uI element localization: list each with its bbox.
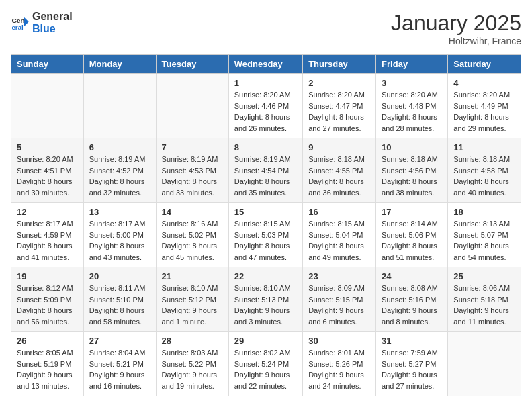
title-section: January 2025 Holtzwihr, France [391, 11, 521, 46]
calendar-cell: 16Sunrise: 8:15 AMSunset: 5:04 PMDayligh… [303, 203, 376, 267]
calendar-cell: 4Sunrise: 8:20 AMSunset: 4:49 PMDaylight… [448, 74, 521, 138]
day-info: Sunrise: 8:15 AMSunset: 5:03 PMDaylight:… [234, 218, 297, 263]
day-info: Sunrise: 8:20 AMSunset: 4:47 PMDaylight:… [308, 89, 370, 134]
day-info: Sunrise: 8:20 AMSunset: 4:48 PMDaylight:… [382, 89, 442, 134]
day-number: 30 [308, 336, 370, 346]
calendar-cell: 12Sunrise: 8:17 AMSunset: 4:59 PMDayligh… [11, 203, 84, 267]
day-info: Sunrise: 8:01 AMSunset: 5:26 PMDaylight:… [308, 347, 370, 392]
calendar-cell: 29Sunrise: 8:02 AMSunset: 5:24 PMDayligh… [228, 332, 302, 396]
day-info: Sunrise: 8:13 AMSunset: 5:07 PMDaylight:… [453, 218, 515, 263]
day-info: Sunrise: 8:14 AMSunset: 5:06 PMDaylight:… [382, 218, 442, 263]
day-info: Sunrise: 7:59 AMSunset: 5:27 PMDaylight:… [382, 347, 442, 392]
day-number: 21 [162, 271, 223, 281]
logo-blue: Blue [32, 23, 73, 35]
calendar-cell: 21Sunrise: 8:10 AMSunset: 5:12 PMDayligh… [156, 267, 228, 332]
calendar-cell: 14Sunrise: 8:16 AMSunset: 5:02 PMDayligh… [156, 203, 228, 267]
day-info: Sunrise: 8:12 AMSunset: 5:09 PMDaylight:… [17, 283, 78, 327]
calendar-cell: 13Sunrise: 8:17 AMSunset: 5:00 PMDayligh… [83, 203, 156, 267]
page-header: Gen eral General Blue January 2025 Holtz… [11, 11, 521, 46]
day-info: Sunrise: 8:20 AMSunset: 4:46 PMDaylight:… [234, 89, 297, 134]
calendar-week-row: 12Sunrise: 8:17 AMSunset: 4:59 PMDayligh… [11, 203, 521, 267]
day-info: Sunrise: 8:18 AMSunset: 4:56 PMDaylight:… [382, 154, 442, 198]
day-number: 11 [453, 142, 515, 152]
day-number: 10 [382, 142, 442, 152]
day-info: Sunrise: 8:18 AMSunset: 4:58 PMDaylight:… [453, 154, 515, 198]
day-number: 12 [17, 207, 78, 217]
day-number: 18 [453, 207, 515, 217]
day-number: 16 [308, 207, 370, 217]
day-info: Sunrise: 8:02 AMSunset: 5:24 PMDaylight:… [234, 347, 297, 392]
calendar-cell: 5Sunrise: 8:20 AMSunset: 4:51 PMDaylight… [11, 138, 84, 203]
calendar-table: SundayMondayTuesdayWednesdayThursdayFrid… [11, 54, 521, 396]
calendar-cell: 9Sunrise: 8:18 AMSunset: 4:55 PMDaylight… [303, 138, 376, 203]
calendar-cell: 17Sunrise: 8:14 AMSunset: 5:06 PMDayligh… [376, 203, 448, 267]
day-number: 4 [453, 78, 515, 88]
day-info: Sunrise: 8:08 AMSunset: 5:16 PMDaylight:… [382, 283, 442, 327]
day-info: Sunrise: 8:10 AMSunset: 5:12 PMDaylight:… [162, 283, 223, 327]
calendar-cell: 20Sunrise: 8:11 AMSunset: 5:10 PMDayligh… [83, 267, 156, 332]
day-number: 29 [234, 336, 297, 346]
day-info: Sunrise: 8:20 AMSunset: 4:51 PMDaylight:… [17, 154, 78, 198]
day-number: 7 [162, 142, 223, 152]
day-info: Sunrise: 8:03 AMSunset: 5:22 PMDaylight:… [162, 347, 223, 392]
calendar-cell: 23Sunrise: 8:09 AMSunset: 5:15 PMDayligh… [303, 267, 376, 332]
calendar-cell: 26Sunrise: 8:05 AMSunset: 5:19 PMDayligh… [11, 332, 84, 396]
day-info: Sunrise: 8:19 AMSunset: 4:53 PMDaylight:… [162, 154, 223, 198]
day-info: Sunrise: 8:15 AMSunset: 5:04 PMDaylight:… [308, 218, 370, 263]
day-number: 31 [382, 336, 442, 346]
calendar-week-row: 26Sunrise: 8:05 AMSunset: 5:19 PMDayligh… [11, 332, 521, 396]
day-number: 27 [89, 336, 150, 346]
weekday-header-sunday: Sunday [11, 55, 84, 74]
calendar-cell: 25Sunrise: 8:06 AMSunset: 5:18 PMDayligh… [448, 267, 521, 332]
day-number: 6 [89, 142, 150, 152]
logo-icon: Gen eral [11, 13, 30, 32]
day-info: Sunrise: 8:20 AMSunset: 4:49 PMDaylight:… [453, 89, 515, 134]
day-info: Sunrise: 8:16 AMSunset: 5:02 PMDaylight:… [162, 218, 223, 263]
day-number: 23 [308, 271, 370, 281]
calendar-cell: 22Sunrise: 8:10 AMSunset: 5:13 PMDayligh… [228, 267, 302, 332]
calendar-cell: 10Sunrise: 8:18 AMSunset: 4:56 PMDayligh… [376, 138, 448, 203]
day-number: 1 [234, 78, 297, 88]
day-info: Sunrise: 8:04 AMSunset: 5:21 PMDaylight:… [89, 347, 150, 392]
calendar-cell: 2Sunrise: 8:20 AMSunset: 4:47 PMDaylight… [303, 74, 376, 138]
calendar-week-row: 19Sunrise: 8:12 AMSunset: 5:09 PMDayligh… [11, 267, 521, 332]
day-number: 13 [89, 207, 150, 217]
day-number: 3 [382, 78, 442, 88]
day-number: 20 [89, 271, 150, 281]
day-info: Sunrise: 8:17 AMSunset: 4:59 PMDaylight:… [17, 218, 78, 263]
day-number: 28 [162, 336, 223, 346]
calendar-header-row: SundayMondayTuesdayWednesdayThursdayFrid… [11, 55, 521, 74]
calendar-cell: 8Sunrise: 8:19 AMSunset: 4:54 PMDaylight… [228, 138, 302, 203]
day-info: Sunrise: 8:19 AMSunset: 4:52 PMDaylight:… [89, 154, 150, 198]
logo-general: General [32, 11, 73, 23]
day-info: Sunrise: 8:09 AMSunset: 5:15 PMDaylight:… [308, 283, 370, 327]
calendar-week-row: 5Sunrise: 8:20 AMSunset: 4:51 PMDaylight… [11, 138, 521, 203]
day-info: Sunrise: 8:19 AMSunset: 4:54 PMDaylight:… [234, 154, 297, 198]
calendar-cell: 28Sunrise: 8:03 AMSunset: 5:22 PMDayligh… [156, 332, 228, 396]
day-number: 22 [234, 271, 297, 281]
calendar-cell [11, 74, 84, 138]
weekday-header-wednesday: Wednesday [228, 55, 302, 74]
day-info: Sunrise: 8:06 AMSunset: 5:18 PMDaylight:… [453, 283, 515, 327]
logo: Gen eral General Blue [11, 11, 73, 34]
day-number: 25 [453, 271, 515, 281]
location-title: Holtzwihr, France [391, 36, 521, 46]
calendar-cell: 31Sunrise: 7:59 AMSunset: 5:27 PMDayligh… [376, 332, 448, 396]
weekday-header-tuesday: Tuesday [156, 55, 228, 74]
svg-marker-2 [24, 17, 29, 26]
svg-text:eral: eral [11, 23, 24, 30]
weekday-header-friday: Friday [376, 55, 448, 74]
month-title: January 2025 [391, 11, 521, 36]
calendar-cell: 7Sunrise: 8:19 AMSunset: 4:53 PMDaylight… [156, 138, 228, 203]
day-info: Sunrise: 8:11 AMSunset: 5:10 PMDaylight:… [89, 283, 150, 327]
day-number: 2 [308, 78, 370, 88]
day-number: 17 [382, 207, 442, 217]
day-number: 26 [17, 336, 78, 346]
day-info: Sunrise: 8:05 AMSunset: 5:19 PMDaylight:… [17, 347, 78, 392]
day-number: 5 [17, 142, 78, 152]
calendar-cell: 24Sunrise: 8:08 AMSunset: 5:16 PMDayligh… [376, 267, 448, 332]
weekday-header-monday: Monday [83, 55, 156, 74]
weekday-header-saturday: Saturday [448, 55, 521, 74]
calendar-cell: 18Sunrise: 8:13 AMSunset: 5:07 PMDayligh… [448, 203, 521, 267]
calendar-week-row: 1Sunrise: 8:20 AMSunset: 4:46 PMDaylight… [11, 74, 521, 138]
